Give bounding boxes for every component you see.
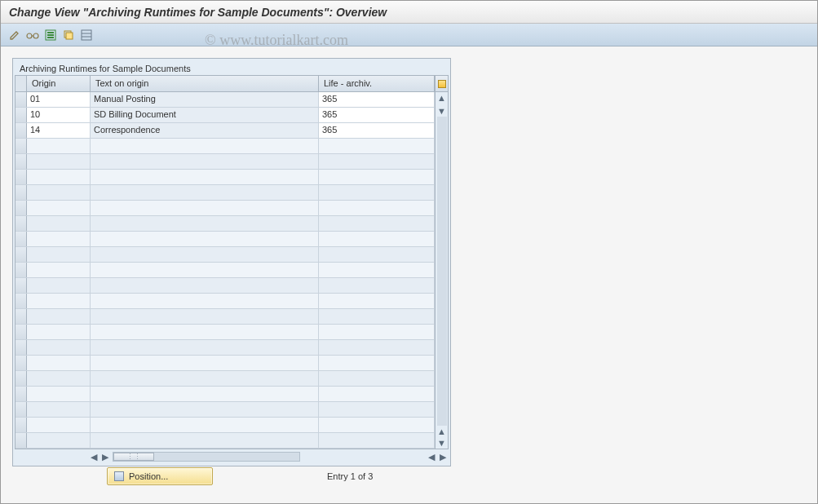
table-row[interactable]	[15, 387, 435, 402]
cell-origin[interactable]	[27, 325, 91, 339]
table-row[interactable]	[15, 247, 435, 263]
cell-life[interactable]	[319, 201, 435, 215]
cell-origin[interactable]	[27, 139, 91, 153]
table-row[interactable]	[15, 294, 435, 309]
table-row[interactable]	[15, 139, 435, 154]
table-row[interactable]	[15, 170, 435, 185]
pencil-icon[interactable]	[7, 28, 22, 42]
cell-origin[interactable]	[27, 278, 91, 293]
cell-origin[interactable]	[27, 340, 91, 355]
cell-text[interactable]	[91, 278, 319, 293]
cell-text[interactable]	[91, 170, 319, 184]
cell-life[interactable]	[319, 340, 435, 355]
row-selector[interactable]	[15, 402, 27, 417]
cell-life[interactable]	[319, 216, 435, 231]
cell-origin[interactable]	[27, 433, 91, 448]
new-entries-icon[interactable]	[43, 28, 58, 42]
cell-text[interactable]	[91, 340, 319, 355]
cell-text[interactable]	[91, 294, 319, 308]
cell-text[interactable]	[91, 201, 319, 215]
cell-text[interactable]	[91, 216, 319, 231]
cell-text[interactable]	[91, 185, 319, 200]
copy-icon[interactable]	[61, 28, 76, 42]
cell-text[interactable]	[91, 433, 319, 448]
cell-origin[interactable]	[27, 356, 91, 370]
cell-life[interactable]	[319, 356, 435, 370]
table-row[interactable]	[15, 263, 435, 278]
table-row[interactable]	[15, 201, 435, 216]
col-header-life[interactable]: Life - archiv.	[319, 76, 435, 91]
row-selector[interactable]	[15, 232, 27, 246]
hscroll-right2-icon[interactable]: ▶	[437, 451, 449, 462]
cell-origin[interactable]	[27, 154, 91, 169]
row-selector[interactable]	[15, 340, 27, 355]
table-row[interactable]	[15, 371, 435, 387]
hscroll-track[interactable]: ⋮⋮	[113, 452, 300, 462]
cell-origin[interactable]	[27, 371, 91, 386]
col-header-text[interactable]: Text on origin	[91, 76, 319, 91]
table-row[interactable]	[15, 325, 435, 340]
table-row[interactable]: 01Manual Posting365	[15, 92, 435, 108]
row-selector[interactable]	[15, 278, 27, 293]
row-selector[interactable]	[15, 387, 27, 401]
cell-life[interactable]	[319, 325, 435, 339]
table-row[interactable]	[15, 309, 435, 325]
row-selector[interactable]	[15, 170, 27, 184]
table-row[interactable]	[15, 402, 435, 418]
table-row[interactable]	[15, 216, 435, 232]
cell-text[interactable]	[91, 418, 319, 432]
vscroll-track[interactable]	[437, 117, 447, 426]
cell-life[interactable]	[319, 170, 435, 184]
row-selector[interactable]	[15, 92, 27, 107]
row-selector[interactable]	[15, 139, 27, 153]
cell-life[interactable]	[319, 278, 435, 293]
cell-text[interactable]	[91, 247, 319, 262]
scroll-up2-icon[interactable]: ▲	[436, 426, 448, 437]
col-header-origin[interactable]: Origin	[27, 76, 91, 91]
hscroll-thumb[interactable]: ⋮⋮	[113, 453, 154, 461]
cell-origin[interactable]: 01	[27, 92, 91, 107]
row-selector[interactable]	[15, 185, 27, 200]
table-row[interactable]	[15, 356, 435, 371]
row-selector[interactable]	[15, 294, 27, 308]
cell-life[interactable]	[319, 418, 435, 432]
row-selector[interactable]	[15, 123, 27, 138]
cell-text[interactable]	[91, 232, 319, 246]
table-row[interactable]	[15, 278, 435, 294]
cell-life[interactable]	[319, 371, 435, 386]
cell-origin[interactable]	[27, 247, 91, 262]
row-selector[interactable]	[15, 433, 27, 448]
row-selector[interactable]	[15, 154, 27, 169]
cell-text[interactable]	[91, 325, 319, 339]
cell-life[interactable]	[319, 309, 435, 324]
table-row[interactable]	[15, 433, 435, 449]
cell-origin[interactable]	[27, 309, 91, 324]
cell-life[interactable]: 365	[319, 92, 435, 107]
cell-origin[interactable]	[27, 418, 91, 432]
cell-life[interactable]	[319, 387, 435, 401]
cell-text[interactable]	[91, 154, 319, 169]
row-selector[interactable]	[15, 325, 27, 339]
row-selector[interactable]	[15, 216, 27, 231]
cell-origin[interactable]	[27, 170, 91, 184]
cell-origin[interactable]	[27, 232, 91, 246]
scroll-down-icon[interactable]: ▼	[436, 105, 448, 117]
cell-text[interactable]	[91, 371, 319, 386]
config-corner[interactable]	[436, 76, 448, 92]
scroll-up-icon[interactable]: ▲	[436, 92, 448, 104]
cell-text[interactable]	[91, 387, 319, 401]
table-row[interactable]: 14Correspondence365	[15, 123, 435, 139]
cell-origin[interactable]	[27, 402, 91, 417]
cell-origin[interactable]	[27, 185, 91, 200]
cell-life[interactable]	[319, 433, 435, 448]
row-selector[interactable]	[15, 356, 27, 370]
cell-text[interactable]	[91, 356, 319, 370]
table-settings-icon[interactable]	[438, 80, 446, 88]
cell-life[interactable]	[319, 232, 435, 246]
table-row[interactable]	[15, 418, 435, 433]
cell-life[interactable]	[319, 154, 435, 169]
cell-life[interactable]	[319, 402, 435, 417]
scroll-down2-icon[interactable]: ▼	[436, 437, 448, 449]
cell-text[interactable]	[91, 309, 319, 324]
cell-life[interactable]	[319, 185, 435, 200]
